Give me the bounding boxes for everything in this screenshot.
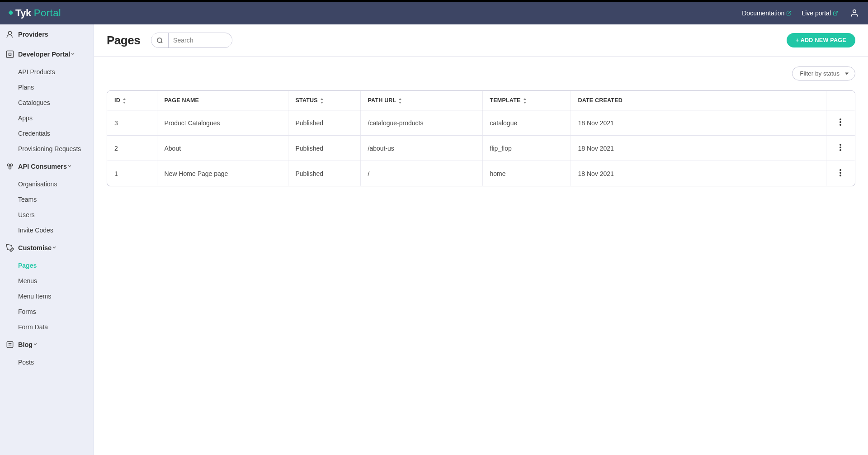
svg-point-5 [7,164,9,166]
cell-id: 2 [107,136,157,161]
col-header-status[interactable]: STATUS [288,91,360,110]
cell-status: Published [288,110,360,136]
col-header-actions [826,91,855,110]
sidebar-item-invite-codes[interactable]: Invite Codes [0,223,94,238]
svg-point-2 [853,10,856,13]
section-label: Providers [18,31,48,38]
sidebar-section-developer-portal[interactable]: Developer Portal [0,44,94,64]
search-button[interactable] [151,33,169,47]
row-actions-menu[interactable] [838,116,843,128]
cell-date: 18 Nov 2021 [571,110,826,136]
main-content: Pages + ADD NEW PAGE Filter by status [94,24,868,455]
search-icon [156,37,163,44]
cell-name: New Home Page page [157,161,288,186]
brand-logo: Tyk Portal [9,7,61,19]
section-label: Customise [18,244,52,251]
sidebar-item-organisations[interactable]: Organisations [0,176,94,192]
sort-icon [320,98,324,104]
sidebar-item-api-products[interactable]: API Products [0,64,94,80]
sort-icon [398,98,402,104]
section-icon [5,340,14,349]
svg-rect-8 [7,341,13,347]
external-link-icon [786,10,792,16]
brand-name-1: Tyk [15,7,31,19]
live-portal-label: Live portal [802,9,831,17]
col-header-name[interactable]: PAGE NAME [157,91,288,110]
documentation-link[interactable]: Documentation [742,9,792,17]
sidebar-item-menu-items[interactable]: Menu Items [0,289,94,304]
top-bar: Tyk Portal Documentation Live portal [0,2,868,24]
cell-status: Published [288,136,360,161]
cell-name: About [157,136,288,161]
sort-icon [122,98,127,104]
filter-by-status-select[interactable]: Filter by status [792,66,855,81]
section-icon [5,243,14,252]
page-title: Pages [107,33,140,47]
svg-point-7 [9,167,11,169]
sidebar-section-providers[interactable]: Providers [0,24,94,44]
svg-rect-4 [7,51,14,58]
cell-id: 3 [107,110,157,136]
chevron-down-icon [52,244,57,251]
cell-url: / [360,161,482,186]
sidebar-item-posts[interactable]: Posts [0,355,94,370]
user-menu-icon[interactable] [850,9,859,18]
svg-line-0 [788,11,791,14]
svg-point-3 [9,31,12,34]
documentation-label: Documentation [742,9,784,17]
cell-status: Published [288,161,360,186]
section-label: API Consumers [18,163,67,170]
col-header-url[interactable]: PATH URL [360,91,482,110]
cell-template: home [482,161,571,186]
cell-date: 18 Nov 2021 [571,136,826,161]
chevron-down-icon [33,341,38,348]
section-icon [5,50,14,59]
external-link-icon [833,10,838,16]
sidebar-section-api-consumers[interactable]: API Consumers [0,156,94,176]
col-header-template[interactable]: TEMPLATE [482,91,571,110]
svg-line-1 [835,11,838,14]
sidebar-item-apps[interactable]: Apps [0,110,94,126]
add-new-page-button[interactable]: + ADD NEW PAGE [787,33,855,47]
section-label: Blog [18,341,33,348]
cell-name: Product Catalogues [157,110,288,136]
table-row[interactable]: 1New Home Page pagePublished/home18 Nov … [107,161,855,186]
section-icon [5,30,14,39]
chevron-down-icon [70,51,75,58]
live-portal-link[interactable]: Live portal [802,9,838,17]
sidebar-item-pages[interactable]: Pages [0,258,94,273]
section-label: Developer Portal [18,51,70,58]
sidebar-item-provisioning-requests[interactable]: Provisioning Requests [0,141,94,156]
col-header-date[interactable]: DATE CREATED [571,91,826,110]
sidebar-item-menus[interactable]: Menus [0,273,94,289]
sidebar-item-form-data[interactable]: Form Data [0,319,94,335]
row-actions-menu[interactable] [838,141,843,154]
cell-url: /about-us [360,136,482,161]
sidebar-item-teams[interactable]: Teams [0,192,94,207]
sidebar-item-plans[interactable]: Plans [0,80,94,95]
sidebar-item-users[interactable]: Users [0,207,94,223]
table-row[interactable]: 3Product CataloguesPublished/catalogue-p… [107,110,855,136]
search-input[interactable] [169,37,232,44]
page-header: Pages + ADD NEW PAGE [94,24,868,57]
svg-point-11 [157,38,162,42]
sidebar-item-forms[interactable]: Forms [0,304,94,319]
sidebar: ProvidersDeveloper PortalAPI ProductsPla… [0,24,94,455]
logo-mark-icon [8,10,13,15]
brand-name-2: Portal [34,7,61,19]
sidebar-section-customise[interactable]: Customise [0,238,94,258]
chevron-down-icon [67,163,72,170]
sidebar-item-credentials[interactable]: Credentials [0,126,94,141]
svg-point-6 [10,164,13,166]
table-row[interactable]: 2AboutPublished/about-usflip_flop18 Nov … [107,136,855,161]
cell-url: /catalogue-products [360,110,482,136]
col-header-id[interactable]: ID [107,91,157,110]
cell-template: flip_flop [482,136,571,161]
search-box [151,33,232,48]
sidebar-section-blog[interactable]: Blog [0,335,94,355]
svg-line-12 [161,42,163,43]
sidebar-item-catalogues[interactable]: Catalogues [0,95,94,110]
row-actions-menu[interactable] [838,166,843,179]
cell-template: catalogue [482,110,571,136]
sort-icon [523,98,527,104]
